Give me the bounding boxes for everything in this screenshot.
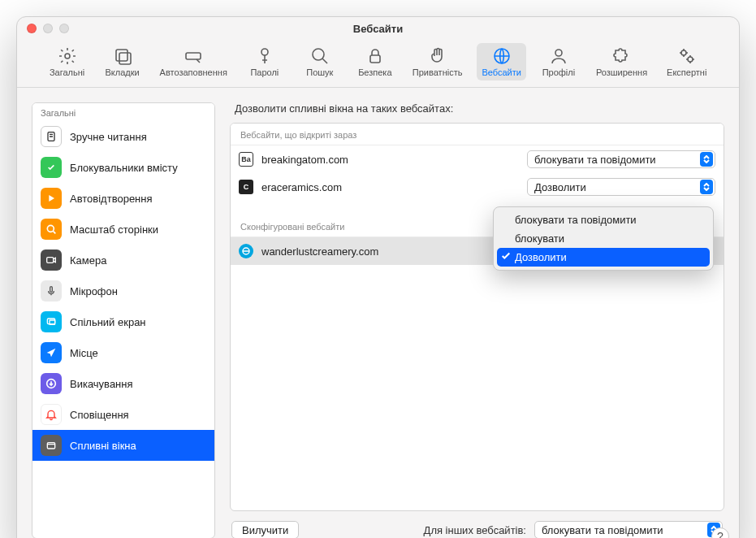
sidebar-item-location[interactable]: Місце <box>32 337 214 368</box>
websites-list-box: Вебсайти, що відкриті зараз Ba breakinga… <box>230 123 724 511</box>
svg-rect-6 <box>370 55 380 63</box>
gears-icon <box>677 46 697 66</box>
menu-item-label: блокувати та повідомити <box>515 214 637 226</box>
svg-point-10 <box>688 57 693 62</box>
tab-advanced[interactable]: Експертні <box>662 43 711 80</box>
preferences-window: Вебсайти Загальні Вкладки Автозаповнення… <box>16 16 740 538</box>
screen-share-icon <box>41 311 62 332</box>
tab-privacy[interactable]: Приватність <box>408 43 468 80</box>
sidebar-item-autoplay[interactable]: Автовідтворення <box>32 183 214 214</box>
sidebar-item-label: Спливні вікна <box>70 440 136 452</box>
lock-icon <box>365 46 385 66</box>
select-value: блокувати та повідомити <box>542 524 663 536</box>
site-row[interactable]: C eraceramics.com Дозволити <box>231 173 724 201</box>
remove-button[interactable]: Вилучити <box>231 521 299 538</box>
puzzle-icon <box>611 46 631 66</box>
svg-rect-13 <box>47 258 54 263</box>
sidebar-item-screen-sharing[interactable]: Спільний екран <box>32 306 214 337</box>
menu-item-label: блокувати <box>515 232 564 245</box>
sidebar-item-popups[interactable]: Спливні вікна <box>32 430 214 461</box>
sidebar-item-label: Блокувальники вмісту <box>70 162 178 174</box>
menu-item-block[interactable]: блокувати <box>497 229 710 248</box>
search-icon <box>310 46 330 66</box>
location-icon <box>41 342 62 363</box>
main-panel: Дозволити спливні вікна на таких вебсайт… <box>230 102 724 538</box>
preferences-toolbar: Загальні Вкладки Автозаповнення Паролі П… <box>17 40 739 88</box>
sidebar-item-camera[interactable]: Камера <box>32 245 214 276</box>
tab-profiles[interactable]: Профілі <box>536 43 581 80</box>
autofill-icon <box>184 46 203 66</box>
site-domain: breakingatom.com <box>261 154 519 166</box>
sidebar-list[interactable]: Зручне читання Блокувальники вмісту Авто… <box>32 121 214 538</box>
svg-rect-14 <box>50 287 53 293</box>
settings-sidebar: Загальні Зручне читання Блокувальники вм… <box>32 102 215 538</box>
svg-rect-1 <box>116 50 127 61</box>
svg-rect-3 <box>186 53 201 59</box>
select-arrows-icon <box>700 180 713 194</box>
svg-point-0 <box>65 54 70 59</box>
sidebar-item-label: Місце <box>70 347 98 359</box>
gear-icon <box>58 46 77 66</box>
sidebar-item-reader[interactable]: Зручне читання <box>32 121 214 152</box>
permission-select[interactable]: блокувати та повідомити <box>527 150 715 168</box>
popup-window-icon <box>41 435 62 456</box>
sidebar-item-label: Мікрофон <box>70 285 118 297</box>
site-domain: eraceramics.com <box>261 181 519 193</box>
titlebar: Вебсайти <box>17 17 739 40</box>
minimize-window-button[interactable] <box>43 24 53 33</box>
zoom-icon <box>41 219 62 240</box>
svg-rect-15 <box>47 319 54 324</box>
tab-general[interactable]: Загальні <box>45 43 90 80</box>
window-title: Вебсайти <box>17 23 739 35</box>
tab-search[interactable]: Пошук <box>297 43 343 80</box>
site-domain: wanderlustcreamery.com <box>261 245 519 258</box>
download-icon <box>41 373 62 394</box>
menu-item-block-notify[interactable]: блокувати та повідомити <box>497 210 710 229</box>
favicon-icon: C <box>239 180 253 194</box>
sidebar-item-notifications[interactable]: Сповіщення <box>32 399 214 430</box>
tab-websites[interactable]: Вебсайти <box>477 43 525 80</box>
bottom-bar: Вилучити Для інших вебсайтів: блокувати … <box>230 511 724 538</box>
traffic-lights <box>27 24 69 33</box>
sidebar-item-label: Камера <box>70 254 106 267</box>
tabs-icon <box>113 46 132 66</box>
tab-extensions[interactable]: Розширення <box>591 43 652 80</box>
favicon-icon: Ba <box>239 152 253 167</box>
sidebar-item-label: Спільний екран <box>70 316 146 328</box>
svg-point-12 <box>47 225 54 232</box>
content-area: Загальні Зручне читання Блокувальники вм… <box>17 88 739 538</box>
camera-icon <box>41 249 62 271</box>
permission-select[interactable]: Дозволити <box>527 178 715 196</box>
reader-icon <box>41 126 62 147</box>
select-value: блокувати та повідомити <box>534 154 656 166</box>
sidebar-item-downloads[interactable]: Викачування <box>32 368 214 399</box>
svg-rect-18 <box>47 443 54 449</box>
svg-point-8 <box>555 50 562 56</box>
group-header-open: Вебсайти, що відкриті зараз <box>231 124 724 145</box>
select-value: Дозволити <box>534 181 586 193</box>
menu-item-label: Дозволити <box>515 251 567 263</box>
favicon-icon <box>239 244 253 258</box>
sidebar-item-content-blockers[interactable]: Блокувальники вмісту <box>32 152 214 183</box>
close-window-button[interactable] <box>27 24 37 33</box>
tab-autofill[interactable]: Автозаповнення <box>155 43 232 80</box>
svg-point-5 <box>313 49 324 60</box>
sidebar-item-microphone[interactable]: Мікрофон <box>32 276 214 306</box>
sidebar-item-label: Викачування <box>70 378 133 390</box>
shield-check-icon <box>41 157 62 178</box>
site-row[interactable]: Ba breakingatom.com блокувати та повідом… <box>231 145 724 173</box>
zoom-window-button[interactable] <box>59 24 69 33</box>
svg-rect-2 <box>119 53 131 64</box>
tab-passwords[interactable]: Паролі <box>242 43 287 80</box>
svg-point-4 <box>261 49 268 55</box>
menu-item-allow[interactable]: Дозволити <box>497 248 710 267</box>
tab-security[interactable]: Безпека <box>352 43 398 80</box>
bell-icon <box>41 404 62 425</box>
permission-dropdown-menu: блокувати та повідомити блокувати Дозвол… <box>493 206 714 271</box>
tab-tabs[interactable]: Вкладки <box>100 43 145 80</box>
microphone-icon <box>41 280 62 302</box>
person-icon <box>549 46 568 66</box>
sidebar-item-label: Зручне читання <box>70 131 147 143</box>
other-websites-select[interactable]: блокувати та повідомити <box>534 521 723 538</box>
sidebar-item-page-zoom[interactable]: Масштаб сторінки <box>32 214 214 245</box>
